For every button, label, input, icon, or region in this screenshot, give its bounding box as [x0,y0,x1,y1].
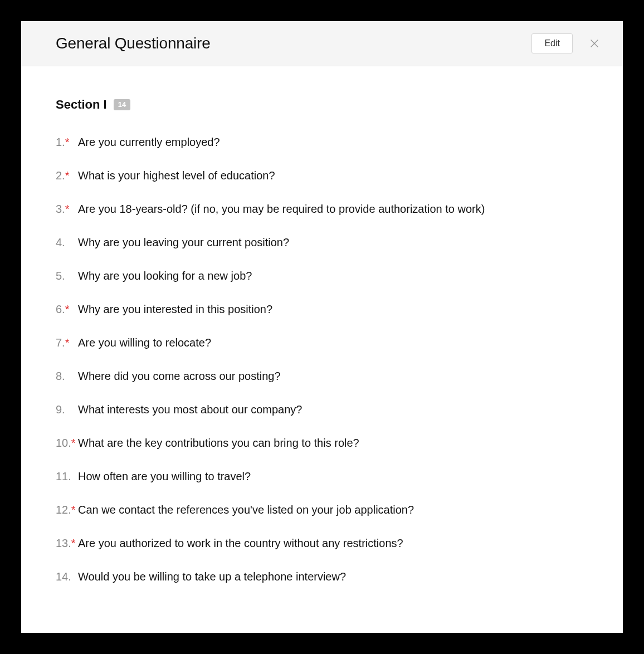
question-row: 6.*Why are you interested in this positi… [56,301,588,317]
question-number-text: 14. [56,569,71,584]
question-row: 9.What interests you most about our comp… [56,402,588,417]
question-row: 14.Would you be willing to take up a tel… [56,569,588,584]
question-number: 11. [56,468,78,484]
required-star-icon: * [71,535,76,551]
question-row: 12.*Can we contact the references you've… [56,502,588,518]
question-number-text: 6. [56,301,65,317]
question-text: Can we contact the references you've lis… [78,502,414,518]
question-row: 3.*Are you 18-years-old? (if no, you may… [56,201,588,217]
question-number: 10.* [56,435,78,451]
question-number-text: 2. [56,168,65,183]
question-number: 3.* [56,201,78,217]
question-number-text: 5. [56,268,65,284]
edit-button[interactable]: Edit [531,33,573,53]
question-row: 11.How often are you willing to travel? [56,468,588,484]
question-number: 1.* [56,134,78,150]
question-number-text: 4. [56,235,65,250]
question-text: Are you 18-years-old? (if no, you may be… [78,201,485,217]
required-star-icon: * [71,435,76,451]
question-list: 1.*Are you currently employed?2.*What is… [56,134,588,584]
question-text: Would you be willing to take up a teleph… [78,569,346,584]
question-text: Why are you leaving your current positio… [78,235,289,250]
question-number-text: 1. [56,134,65,150]
required-star-icon: * [65,134,70,150]
question-number-text: 3. [56,201,65,217]
question-row: 8.Where did you come across our posting? [56,368,588,384]
question-number: 9. [56,402,78,417]
questionnaire-modal: General Questionnaire Edit Section I 14 … [21,21,623,633]
question-number-text: 7. [56,335,65,350]
question-number-text: 11. [56,468,71,484]
close-icon [588,37,601,50]
question-number: 5. [56,268,78,284]
question-number-text: 10. [56,435,71,451]
question-number: 6.* [56,301,78,317]
question-number: 14. [56,569,78,584]
section-title: Section I [56,97,107,112]
question-text: Why are you interested in this position? [78,301,272,317]
question-row: 10.*What are the key contributions you c… [56,435,588,451]
required-star-icon: * [65,201,70,217]
question-number-text: 9. [56,402,65,417]
required-star-icon: * [71,502,76,518]
question-text: Where did you come across our posting? [78,368,281,384]
modal-content: Section I 14 1.*Are you currently employ… [21,66,623,633]
question-number: 13.* [56,535,78,551]
question-text: Are you willing to relocate? [78,335,211,350]
question-number-text: 8. [56,368,65,384]
question-number: 7.* [56,335,78,350]
header-actions: Edit [531,33,603,53]
question-number-text: 12. [56,502,71,518]
question-row: 2.*What is your highest level of educati… [56,168,588,183]
question-number: 12.* [56,502,78,518]
question-text: Are you currently employed? [78,134,220,150]
question-row: 1.*Are you currently employed? [56,134,588,150]
question-text: What are the key contributions you can b… [78,435,359,451]
question-row: 7.*Are you willing to relocate? [56,335,588,350]
modal-header: General Questionnaire Edit [21,21,623,66]
question-number: 2.* [56,168,78,183]
question-text: Are you authorized to work in the countr… [78,535,403,551]
question-number-text: 13. [56,535,71,551]
question-row: 5.Why are you looking for a new job? [56,268,588,284]
close-button[interactable] [586,35,603,52]
question-row: 4.Why are you leaving your current posit… [56,235,588,250]
question-text: Why are you looking for a new job? [78,268,252,284]
question-number: 8. [56,368,78,384]
required-star-icon: * [65,335,70,350]
section-count-badge: 14 [114,99,130,110]
question-text: How often are you willing to travel? [78,468,251,484]
question-row: 13.*Are you authorized to work in the co… [56,535,588,551]
section-header: Section I 14 [56,97,588,112]
required-star-icon: * [65,301,70,317]
question-text: What is your highest level of education? [78,168,275,183]
required-star-icon: * [65,168,70,183]
modal-title: General Questionnaire [56,35,211,52]
question-number: 4. [56,235,78,250]
question-text: What interests you most about our compan… [78,402,302,417]
